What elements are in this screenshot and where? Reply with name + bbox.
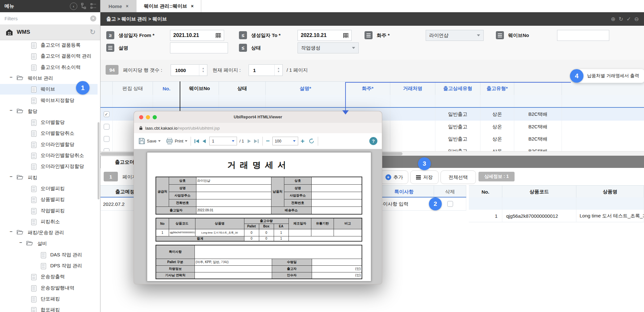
close-tab-icon[interactable]: × (191, 4, 194, 9)
header-no[interactable]: No. (153, 82, 180, 95)
chevron-down-icon[interactable] (185, 140, 187, 142)
sidebar-item-22[interactable]: 운송장발행내역 (0, 283, 98, 293)
row-checkbox[interactable] (104, 148, 109, 151)
sidebar-item-20[interactable]: DPS 작업 관리 (0, 261, 98, 271)
prev-page-icon[interactable] (202, 139, 206, 143)
row-checkbox[interactable] (104, 124, 109, 130)
detail-row[interactable]: 1 qjg56a2k870000000012 Long time 도서 테스트_… (469, 210, 644, 222)
next-page-icon[interactable] (247, 139, 251, 143)
sidebar-item-5[interactable]: 웨이브지정할당 (0, 95, 98, 106)
created-from-input[interactable]: 2021.10.21 (170, 30, 224, 41)
sidebar-item-1[interactable]: 출고오더 결품이력 관리 (0, 51, 98, 61)
stepper-arrows-icon[interactable]: ▲▼ (274, 65, 282, 76)
sidebar-item-7[interactable]: 오더별할당 (0, 117, 98, 128)
header-wave-no[interactable]: 웨이브No (180, 82, 219, 95)
header-note[interactable]: 특이사항 (374, 186, 434, 198)
collapse-all-icon[interactable]: ⊖ (634, 16, 639, 23)
help-button[interactable]: ? (369, 137, 377, 145)
calendar-icon[interactable] (343, 33, 348, 38)
last-page-icon[interactable] (254, 139, 259, 143)
sidebar-item-15[interactable]: 작업별피킹 (0, 206, 98, 216)
header-product-code[interactable]: 상품코드 (502, 186, 576, 198)
sidebar-root-node[interactable]: WMS ↻ (0, 24, 100, 40)
expand-all-icon[interactable]: ⊕ (611, 16, 615, 23)
clear-filter-icon[interactable]: × (90, 15, 96, 22)
stepper-arrows-icon[interactable]: ▲▼ (199, 65, 207, 76)
header-owner[interactable]: 화주* (346, 82, 390, 95)
orders-add-button[interactable]: + 추가 (380, 170, 408, 184)
refresh-page-icon[interactable]: ↻ (619, 16, 623, 23)
sidebar-item-8[interactable]: 오더별할당취소 (0, 128, 98, 139)
sidebar-item-6[interactable]: −할당 (0, 106, 98, 117)
sidebar-scrollbar[interactable] (98, 122, 99, 199)
description-input[interactable] (170, 42, 228, 53)
collapse-minus-icon[interactable]: − (19, 240, 22, 245)
sidebar-item-11[interactable]: 오더라인별지정할당 (0, 161, 98, 172)
sidebar-item-14[interactable]: 상품별피킹 (0, 194, 98, 205)
zoom-select[interactable]: 100 (272, 137, 298, 145)
status-select[interactable]: 작업생성 (298, 42, 359, 53)
row-checkbox-checked[interactable]: ✓ (104, 111, 109, 117)
tab-wave[interactable]: 웨이브 관리::웨이브 × (137, 0, 201, 12)
sidebar-item-21[interactable]: 운송장출력 (0, 271, 98, 282)
current-page-stepper[interactable]: 1 ▲▼ (249, 64, 283, 76)
save-label[interactable]: Save (147, 139, 156, 143)
collapse-minus-icon[interactable]: − (10, 229, 13, 234)
zoom-out-icon[interactable]: − (266, 137, 270, 145)
sidebar-item-10[interactable]: 오더라인별할당취소 (0, 150, 98, 161)
sidebar-item-16[interactable]: 피킹취소 (0, 216, 98, 227)
header-ship-type[interactable]: 출고유형* (480, 82, 514, 95)
header-delete[interactable]: 삭제 (434, 186, 466, 198)
owner-select[interactable]: 라이언샵 (426, 30, 484, 41)
sidebar-item-23[interactable]: 단포패킹 (0, 294, 98, 304)
collapse-minus-icon[interactable]: − (10, 107, 13, 113)
print-label[interactable]: Print (175, 139, 184, 143)
save-file-icon[interactable] (138, 138, 145, 144)
print-file-icon[interactable] (166, 138, 173, 144)
close-tab-icon[interactable]: × (126, 4, 128, 9)
header-edit-state[interactable]: 편집 상태 (113, 82, 153, 95)
list-view-icon[interactable] (90, 3, 97, 9)
sidebar-item-2[interactable]: 출고오더 취소이력 (0, 62, 98, 73)
page-select[interactable]: 1 (209, 137, 237, 145)
orders-select-all-button[interactable]: 전체선택 (440, 170, 476, 184)
zoom-in-icon[interactable]: + (301, 137, 305, 145)
collapse-minus-icon[interactable]: − (10, 174, 13, 179)
collapse-sidebar-icon[interactable]: ‹ (70, 3, 77, 10)
lte-icon: ≤ (239, 31, 247, 39)
sidebar-item-9[interactable]: 오더라인별할당 (0, 139, 98, 150)
tree-view-icon[interactable] (80, 3, 87, 9)
first-page-icon[interactable] (194, 139, 200, 143)
created-to-input[interactable]: 2022.10.21 (298, 30, 352, 41)
rows-per-page-stepper[interactable]: 1000 ▲▼ (171, 64, 207, 76)
collapse-minus-icon[interactable]: − (10, 74, 13, 80)
sidebar-filter-box[interactable]: Filters × (0, 12, 100, 25)
delete-checkbox[interactable] (447, 201, 453, 207)
header-client[interactable]: 거래처명 (390, 82, 435, 95)
sidebar-item-19[interactable]: DAS 작업 관리 (0, 250, 98, 260)
orders-save-button[interactable]: 저장 (410, 170, 439, 184)
check-icon[interactable]: ✓ (627, 16, 631, 23)
calendar-icon[interactable] (216, 33, 221, 38)
header-ship-detail-type[interactable]: 출고상세유형 (435, 82, 480, 95)
sidebar-item-12[interactable]: −피킹 (0, 172, 98, 183)
cell-note[interactable]: 특이사항 입력 (374, 197, 434, 210)
detail-new-row[interactable] (469, 197, 644, 210)
grid-new-row[interactable] (100, 95, 644, 107)
header-product-name[interactable]: 상품명 (576, 186, 644, 198)
sidebar-item-18[interactable]: −설비 (0, 238, 98, 249)
url-bar[interactable]: laas.cbt.kakaoi.io/report/ubi4/ubihtml.j… (134, 123, 382, 133)
waveno-input[interactable] (557, 30, 609, 41)
refresh-report-icon[interactable] (308, 138, 315, 144)
chevron-down-icon[interactable] (158, 140, 161, 142)
header-detail-no[interactable]: No. (469, 186, 502, 198)
sidebar-item-0[interactable]: 출고오더 결품등록 (0, 40, 98, 50)
refresh-tree-icon[interactable]: ↻ (90, 28, 96, 36)
header-status[interactable]: 상태 (219, 82, 266, 95)
header-description[interactable]: 설명* (266, 82, 346, 95)
sidebar-item-13[interactable]: 오더별피킹 (0, 183, 98, 194)
sidebar-item-24[interactable]: 합포패킹 (0, 305, 98, 312)
row-checkbox[interactable] (104, 136, 109, 142)
sidebar-item-17[interactable]: −패킹/운송장 관리 (0, 227, 98, 238)
tab-home[interactable]: Home × (100, 0, 137, 12)
